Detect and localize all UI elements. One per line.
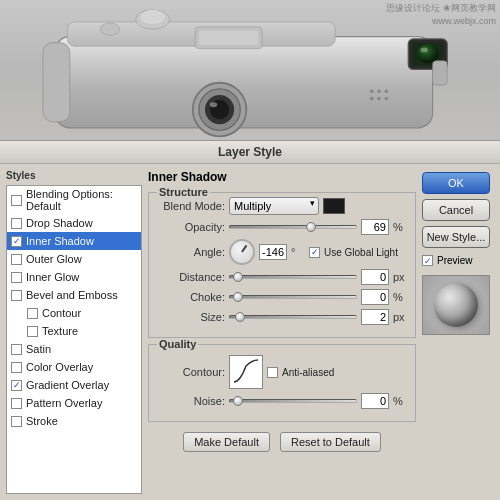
- quality-title: Quality: [157, 338, 198, 350]
- distance-row: Distance: px: [157, 269, 407, 285]
- style-checkbox-contour[interactable]: [27, 308, 38, 319]
- style-checkbox-pattern-overlay[interactable]: [11, 398, 22, 409]
- style-item-drop-shadow[interactable]: Drop Shadow: [7, 214, 141, 232]
- styles-panel: Styles Blending Options: DefaultDrop Sha…: [6, 170, 142, 494]
- dialog-title: Layer Style: [0, 140, 500, 164]
- style-label-gradient-overlay: Gradient Overlay: [26, 379, 109, 391]
- noise-slider[interactable]: [229, 399, 357, 403]
- opacity-slider[interactable]: [229, 225, 357, 229]
- angle-input[interactable]: [259, 244, 287, 260]
- use-global-light-checkbox[interactable]: [309, 247, 320, 258]
- style-item-inner-glow[interactable]: Inner Glow: [7, 268, 141, 286]
- anti-alias-checkbox[interactable]: [267, 367, 278, 378]
- use-global-light-label: Use Global Light: [324, 247, 398, 258]
- style-checkbox-texture[interactable]: [27, 326, 38, 337]
- blend-color-swatch[interactable]: [323, 198, 345, 214]
- svg-rect-25: [433, 61, 448, 85]
- style-item-bevel[interactable]: Bevel and Emboss: [7, 286, 141, 304]
- reset-to-default-button[interactable]: Reset to Default: [280, 432, 381, 452]
- effect-title: Inner Shadow: [148, 170, 416, 184]
- size-input[interactable]: [361, 309, 389, 325]
- style-label-inner-shadow: Inner Shadow: [26, 235, 94, 247]
- style-checkbox-stroke[interactable]: [11, 416, 22, 427]
- new-style-button[interactable]: New Style...: [422, 226, 490, 248]
- ok-button[interactable]: OK: [422, 172, 490, 194]
- blend-mode-label: Blend Mode:: [157, 200, 225, 212]
- structure-section: Structure Blend Mode: Multiply Normal Sc…: [148, 192, 416, 338]
- style-label-pattern-overlay: Pattern Overlay: [26, 397, 102, 409]
- blend-mode-select-wrap[interactable]: Multiply Normal Screen: [229, 197, 319, 215]
- angle-row: Angle: ° Use Global Light: [157, 239, 407, 265]
- distance-thumb[interactable]: [233, 272, 243, 282]
- noise-row: Noise: %: [157, 393, 407, 409]
- noise-thumb[interactable]: [233, 396, 243, 406]
- style-item-outer-glow[interactable]: Outer Glow: [7, 250, 141, 268]
- style-checkbox-satin[interactable]: [11, 344, 22, 355]
- watermark-line1: 思缘设计论坛 ❀网页教学网: [386, 2, 496, 15]
- choke-unit: %: [393, 291, 407, 303]
- preview-row: Preview: [422, 255, 492, 266]
- style-item-inner-shadow[interactable]: ✓Inner Shadow: [7, 232, 141, 250]
- opacity-label: Opacity:: [157, 221, 225, 233]
- right-panel: OK Cancel New Style... Preview: [422, 170, 492, 494]
- style-checkbox-outer-glow[interactable]: [11, 254, 22, 265]
- styles-list: Blending Options: DefaultDrop Shadow✓Inn…: [6, 185, 142, 494]
- style-label-satin: Satin: [26, 343, 51, 355]
- opacity-input[interactable]: [361, 219, 389, 235]
- style-checkbox-inner-shadow[interactable]: ✓: [11, 236, 22, 247]
- svg-point-9: [417, 44, 439, 63]
- opacity-thumb[interactable]: [306, 222, 316, 232]
- preview-label: Preview: [437, 255, 473, 266]
- bottom-buttons: Make Default Reset to Default: [148, 428, 416, 458]
- blend-mode-select[interactable]: Multiply Normal Screen: [229, 197, 319, 215]
- make-default-button[interactable]: Make Default: [183, 432, 270, 452]
- style-checkbox-bevel[interactable]: [11, 290, 22, 301]
- watermark: 思缘设计论坛 ❀网页教学网 www.webjx.com: [386, 2, 496, 27]
- angle-dial[interactable]: [229, 239, 255, 265]
- size-label: Size:: [157, 311, 225, 323]
- style-checkbox-color-overlay[interactable]: [11, 362, 22, 373]
- style-label-texture: Texture: [42, 325, 78, 337]
- choke-row: Choke: %: [157, 289, 407, 305]
- svg-point-21: [385, 89, 389, 93]
- svg-point-19: [370, 89, 374, 93]
- preview-sphere: [434, 283, 478, 327]
- noise-label: Noise:: [157, 395, 225, 407]
- style-item-blending[interactable]: Blending Options: Default: [7, 186, 141, 214]
- style-item-texture[interactable]: Texture: [7, 322, 141, 340]
- style-checkbox-gradient-overlay[interactable]: ✓: [11, 380, 22, 391]
- svg-point-20: [377, 89, 381, 93]
- settings-panel: Inner Shadow Structure Blend Mode: Multi…: [148, 170, 416, 494]
- contour-row: Contour: Anti-aliased: [157, 355, 407, 389]
- distance-slider[interactable]: [229, 275, 357, 279]
- choke-thumb[interactable]: [233, 292, 243, 302]
- choke-label: Choke:: [157, 291, 225, 303]
- style-checkbox-inner-glow[interactable]: [11, 272, 22, 283]
- size-thumb[interactable]: [235, 312, 245, 322]
- size-slider[interactable]: [229, 315, 357, 319]
- style-checkbox-drop-shadow[interactable]: [11, 218, 22, 229]
- size-row: Size: px: [157, 309, 407, 325]
- style-item-stroke[interactable]: Stroke: [7, 412, 141, 430]
- cancel-button[interactable]: Cancel: [422, 199, 490, 221]
- style-label-color-overlay: Color Overlay: [26, 361, 93, 373]
- style-label-inner-glow: Inner Glow: [26, 271, 79, 283]
- style-checkbox-blending[interactable]: [11, 195, 22, 206]
- style-item-pattern-overlay[interactable]: Pattern Overlay: [7, 394, 141, 412]
- style-item-color-overlay[interactable]: Color Overlay: [7, 358, 141, 376]
- svg-point-4: [140, 10, 164, 25]
- preview-checkbox[interactable]: [422, 255, 433, 266]
- choke-slider[interactable]: [229, 295, 357, 299]
- style-item-contour[interactable]: Contour: [7, 304, 141, 322]
- noise-unit: %: [393, 395, 407, 407]
- contour-preview[interactable]: [229, 355, 263, 389]
- style-item-gradient-overlay[interactable]: ✓Gradient Overlay: [7, 376, 141, 394]
- svg-rect-2: [43, 43, 70, 122]
- svg-point-16: [100, 23, 119, 35]
- choke-input[interactable]: [361, 289, 389, 305]
- contour-curve-icon: [232, 358, 260, 386]
- noise-input[interactable]: [361, 393, 389, 409]
- style-item-satin[interactable]: Satin: [7, 340, 141, 358]
- style-label-blending: Blending Options: Default: [26, 188, 137, 212]
- distance-input[interactable]: [361, 269, 389, 285]
